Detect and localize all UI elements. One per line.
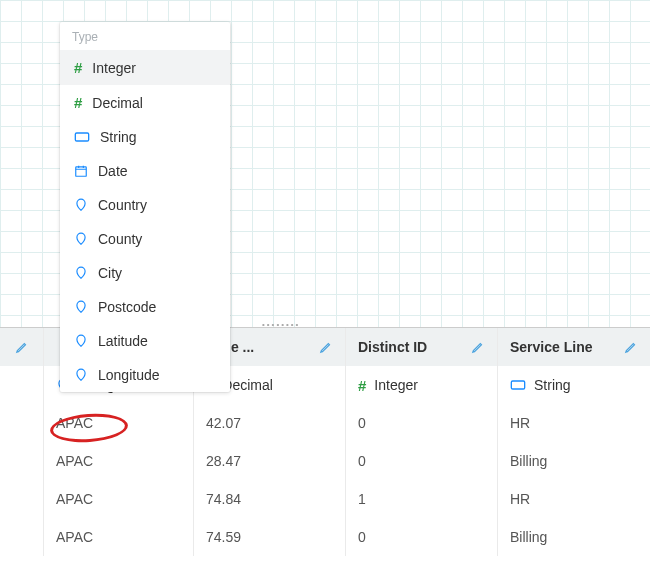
- pencil-icon: [471, 340, 485, 354]
- pencil-icon: [624, 340, 638, 354]
- dropdown-item-label: String: [100, 129, 137, 145]
- cell: HR: [498, 480, 650, 518]
- svg-rect-2: [76, 167, 87, 176]
- column-header[interactable]: Service Line: [498, 328, 650, 366]
- cell: 0: [346, 442, 498, 480]
- pin-icon: [74, 265, 88, 281]
- pencil-icon: [15, 340, 29, 354]
- pin-icon: [74, 367, 88, 383]
- string-icon: [74, 131, 90, 143]
- pencil-icon: [319, 340, 333, 354]
- dropdown-item-latitude[interactable]: Latitude: [60, 324, 230, 358]
- cell: 1: [346, 480, 498, 518]
- dropdown-item-longitude[interactable]: Longitude: [60, 358, 230, 392]
- pin-icon: [74, 231, 88, 247]
- dropdown-item-date[interactable]: Date: [60, 154, 230, 188]
- dropdown-item-label: Decimal: [92, 95, 143, 111]
- type-cell[interactable]: String: [498, 366, 650, 404]
- column-title: Distinct ID: [358, 339, 463, 355]
- svg-rect-0: [511, 381, 524, 389]
- dropdown-item-country[interactable]: Country: [60, 188, 230, 222]
- calendar-icon: [74, 164, 88, 178]
- dropdown-item-decimal[interactable]: #Decimal: [60, 85, 230, 120]
- dropdown-item-county[interactable]: County: [60, 222, 230, 256]
- cell: HR: [498, 404, 650, 442]
- type-cell[interactable]: # Integer: [346, 366, 498, 404]
- pin-icon: [74, 299, 88, 315]
- dropdown-item-string[interactable]: String: [60, 120, 230, 154]
- dropdown-item-label: Date: [98, 163, 128, 179]
- dropdown-item-label: Country: [98, 197, 147, 213]
- dropdown-item-city[interactable]: City: [60, 256, 230, 290]
- table-row: APAC28.470Billing: [0, 442, 650, 480]
- dropdown-item-label: Postcode: [98, 299, 156, 315]
- dropdown-item-label: Integer: [92, 60, 136, 76]
- dropdown-item-integer[interactable]: #Integer: [60, 50, 230, 85]
- type-label: String: [534, 377, 571, 393]
- cell: APAC: [44, 442, 194, 480]
- string-icon: [510, 379, 526, 391]
- cell: 74.84: [194, 480, 346, 518]
- table-row: APAC74.841HR: [0, 480, 650, 518]
- pin-icon: [74, 197, 88, 213]
- type-dropdown: Type #Integer#DecimalStringDateCountryCo…: [60, 22, 230, 392]
- cell: APAC: [44, 404, 194, 442]
- cell: 0: [346, 518, 498, 556]
- cell: 28.47: [194, 442, 346, 480]
- cell: APAC: [44, 480, 194, 518]
- hash-icon: #: [74, 94, 82, 111]
- type-label: Integer: [374, 377, 418, 393]
- svg-rect-1: [75, 133, 88, 141]
- pin-icon: [74, 333, 88, 349]
- hash-icon: #: [358, 377, 366, 394]
- cell: 0: [346, 404, 498, 442]
- cell: APAC: [44, 518, 194, 556]
- cell: Billing: [498, 442, 650, 480]
- cell: 74.59: [194, 518, 346, 556]
- column-edit[interactable]: [0, 328, 44, 366]
- dropdown-item-label: Latitude: [98, 333, 148, 349]
- hash-icon: #: [74, 59, 82, 76]
- table-row: APAC42.070HR: [0, 404, 650, 442]
- dropdown-item-postcode[interactable]: Postcode: [60, 290, 230, 324]
- cell: 42.07: [194, 404, 346, 442]
- cell: Billing: [498, 518, 650, 556]
- dropdown-header: Type: [60, 22, 230, 50]
- column-header[interactable]: Distinct ID: [346, 328, 498, 366]
- dropdown-item-label: County: [98, 231, 142, 247]
- table-row: APAC74.590Billing: [0, 518, 650, 556]
- dropdown-item-label: Longitude: [98, 367, 160, 383]
- dropdown-item-label: City: [98, 265, 122, 281]
- column-title: Service Line: [510, 339, 616, 355]
